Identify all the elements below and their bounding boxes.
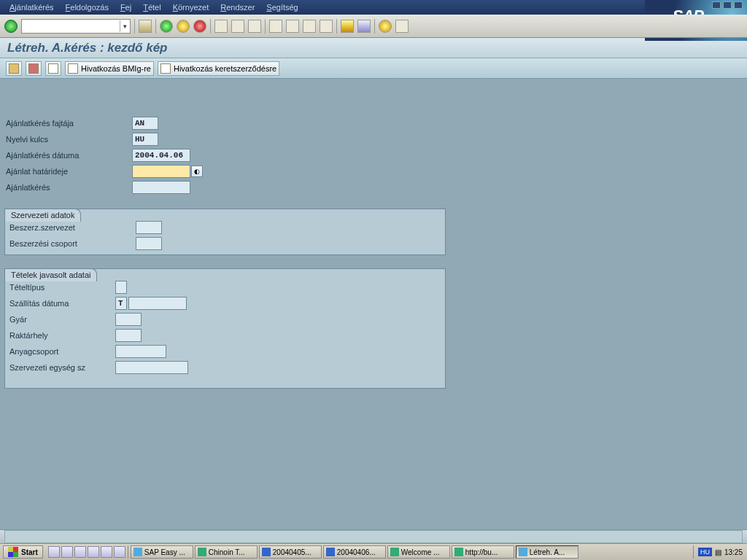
menu-feldolgozas[interactable]: Feldolgozás xyxy=(61,1,114,13)
create-session-icon[interactable] xyxy=(341,20,354,33)
menu-segitseg[interactable]: Segítség xyxy=(261,1,303,13)
maximize-icon[interactable] xyxy=(723,1,732,9)
rfq-input[interactable] xyxy=(132,181,190,194)
layout-icon[interactable] xyxy=(395,20,409,33)
purch-org-label: Beszerz.szervezet xyxy=(8,223,136,232)
deadline-input[interactable] xyxy=(132,165,190,178)
print-app-button[interactable] xyxy=(26,61,42,76)
deliv-date-input[interactable] xyxy=(128,297,187,310)
ref-bmig-label: Hivatkozás BMIg-re xyxy=(81,64,151,73)
menu-kornyezet[interactable]: Környezet xyxy=(168,1,214,13)
matgrp-label: Anyagcsoport xyxy=(8,347,115,356)
ref-keret-button[interactable]: Hivatkozás keretszerződésre xyxy=(158,61,279,76)
storage-label: Raktárhely xyxy=(8,331,115,340)
cancel-button[interactable] xyxy=(193,20,206,33)
back-button[interactable] xyxy=(160,20,173,33)
rfq-date-input[interactable] xyxy=(132,149,190,162)
task-20040405[interactable]: 20040405... xyxy=(259,545,322,559)
word-icon xyxy=(326,548,335,556)
ql-desktop-icon[interactable] xyxy=(101,546,112,558)
ql-ie-icon[interactable] xyxy=(88,546,99,558)
minimize-icon[interactable] xyxy=(712,1,721,9)
purch-grp-input[interactable] xyxy=(136,237,162,250)
f4-help-icon[interactable]: ◐ xyxy=(191,166,203,177)
start-button[interactable]: Start xyxy=(3,545,43,559)
plant-label: Gyár xyxy=(8,315,115,324)
clock: 13:25 xyxy=(724,548,743,556)
task-chinoin[interactable]: Chinoin T... xyxy=(195,545,258,559)
ql-excel-icon[interactable] xyxy=(61,546,73,558)
last-page-icon[interactable] xyxy=(320,20,333,33)
ql-word-icon[interactable] xyxy=(48,546,60,558)
storage-input[interactable] xyxy=(115,329,142,342)
task-welcome[interactable]: Welcome ... xyxy=(387,545,450,559)
menu-bar: Ajánlatkérés Feldolgozás Fej Tétel Körny… xyxy=(0,0,747,15)
deadline-label: Ajánlat határideje xyxy=(4,167,132,176)
find-icon[interactable] xyxy=(231,20,244,33)
next-page-icon[interactable] xyxy=(303,20,316,33)
rfq-date-label: Ajánlatkérés dátuma xyxy=(4,151,132,160)
ie-icon xyxy=(454,548,463,556)
menu-rendszer[interactable]: Rendszer xyxy=(215,1,260,13)
first-page-icon[interactable] xyxy=(269,20,282,33)
person-button[interactable] xyxy=(6,61,22,76)
windows-taskbar: Start SAP Easy ... Chinoin T... 20040405… xyxy=(0,544,747,560)
deliv-date-label: Szállítás dátuma xyxy=(8,299,115,308)
tray-icon[interactable]: ▤ xyxy=(715,548,721,556)
lang-indicator[interactable]: HU xyxy=(698,548,712,556)
rfq-type-input[interactable] xyxy=(132,117,158,130)
lang-label: Nyelvi kulcs xyxy=(4,135,132,144)
plant-input[interactable] xyxy=(115,313,142,326)
deliv-date-t-input[interactable] xyxy=(115,297,127,310)
menu-fej[interactable]: Fej xyxy=(115,1,136,13)
item-type-label: Tételtípus xyxy=(8,283,115,292)
print-icon[interactable] xyxy=(214,20,228,33)
task-letreh-active[interactable]: Létreh. A... xyxy=(516,545,578,559)
document-icon xyxy=(160,63,171,74)
task-sap-easy[interactable]: SAP Easy ... xyxy=(131,545,193,559)
status-bar xyxy=(0,529,747,544)
shortcut-icon[interactable] xyxy=(357,20,371,33)
content-area: Ajánlatkérés fajtája Nyelvi kulcs Ajánla… xyxy=(0,79,747,516)
ql-app-icon[interactable] xyxy=(114,546,125,558)
ie-icon xyxy=(198,548,206,556)
ref-bmig-button[interactable]: Hivatkozás BMIg-re xyxy=(65,61,154,76)
quick-launch xyxy=(46,545,128,559)
rfq-type-label: Ajánlatkérés fajtája xyxy=(4,119,132,128)
copy-button[interactable] xyxy=(45,61,61,76)
org-data-tab: Szervezeti adatok xyxy=(4,209,81,222)
find-next-icon[interactable] xyxy=(248,20,261,33)
enter-button[interactable] xyxy=(4,20,18,33)
system-tray: HU ▤ 13:25 xyxy=(693,545,747,559)
matgrp-input[interactable] xyxy=(115,345,166,358)
exit-button[interactable] xyxy=(177,20,190,33)
printer-icon xyxy=(28,63,39,74)
copy-icon xyxy=(48,63,58,74)
save-icon[interactable] xyxy=(139,20,152,33)
sap-icon xyxy=(133,548,142,556)
command-field[interactable]: ▾ xyxy=(21,19,131,34)
close-icon[interactable] xyxy=(734,1,743,9)
menu-ajanlatkeres[interactable]: Ajánlatkérés xyxy=(4,1,59,13)
task-http-bu[interactable]: http://bu... xyxy=(452,545,514,559)
command-dropdown-icon[interactable]: ▾ xyxy=(120,20,130,32)
item-defaults-group: Tételek javasolt adatai Tételtípus Száll… xyxy=(4,268,446,389)
item-type-input[interactable] xyxy=(115,281,127,294)
windows-flag-icon xyxy=(8,547,18,557)
ql-outlook-icon[interactable] xyxy=(74,546,86,558)
purch-org-input[interactable] xyxy=(136,221,162,234)
prev-page-icon[interactable] xyxy=(286,20,299,33)
task-20040406[interactable]: 20040406... xyxy=(323,545,386,559)
window-controls xyxy=(712,1,743,9)
help-icon[interactable] xyxy=(379,20,392,33)
ie-icon xyxy=(390,548,399,556)
sap-icon xyxy=(519,548,527,556)
orgunit-input[interactable] xyxy=(115,361,188,374)
word-icon xyxy=(262,548,271,556)
document-icon xyxy=(68,63,78,74)
orgunit-label: Szervezeti egység sz xyxy=(8,363,115,372)
lang-input[interactable] xyxy=(132,133,158,146)
menu-tetel[interactable]: Tétel xyxy=(138,1,166,13)
org-data-group: Szervezeti adatok Beszerz.szervezet Besz… xyxy=(4,209,446,255)
standard-toolbar: ▾ xyxy=(0,15,747,38)
